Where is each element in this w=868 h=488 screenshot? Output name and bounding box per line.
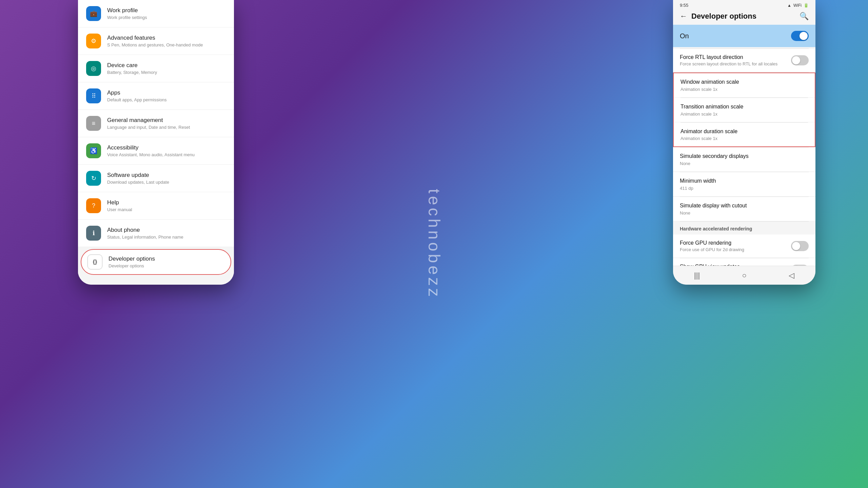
accessibility-icon: ♿: [86, 143, 101, 158]
help-subtitle: User manual: [107, 207, 226, 213]
work-profile-title: Work profile: [107, 7, 226, 14]
developer-options-title: Developer options: [108, 255, 224, 263]
sidebar-item-general-management[interactable]: ≡ General management Language and input,…: [78, 110, 234, 137]
general-management-title: General management: [107, 117, 226, 124]
hardware-section-header: Hardware accelerated rendering: [673, 222, 815, 235]
force-rtl-toggle[interactable]: [791, 55, 809, 65]
right-panel: 9:55 ▲ WiFi 🔋 ← Developer options 🔍 On F…: [673, 0, 815, 285]
advanced-features-title: Advanced features: [107, 34, 226, 42]
developer-options-icon: {}: [87, 255, 102, 269]
force-rtl-subtitle: Force screen layout direction to RTL for…: [680, 61, 777, 66]
apps-subtitle: Default apps, App permissions: [107, 97, 226, 103]
force-gpu-title: Force GPU rendering: [680, 240, 744, 246]
minimum-width-item[interactable]: Minimum width 411 dp: [673, 172, 815, 197]
sidebar-item-device-care[interactable]: ◎ Device care Battery, Storage, Memory: [78, 55, 234, 82]
back-nav-button[interactable]: ◁: [782, 268, 801, 283]
simulate-cutout-title: Simulate display with cutout: [680, 202, 809, 209]
about-phone-title: About phone: [107, 226, 226, 234]
sidebar-item-accessibility[interactable]: ♿ Accessibility Voice Assistant, Mono au…: [78, 137, 234, 165]
simulate-cutout-item[interactable]: Simulate display with cutout None: [673, 197, 815, 221]
sidebar-item-help[interactable]: ? Help User manual: [78, 192, 234, 220]
window-animation-title: Window animation scale: [680, 79, 808, 86]
apps-title: Apps: [107, 89, 226, 97]
home-button[interactable]: ○: [735, 268, 753, 283]
simulate-secondary-subtitle: None: [680, 161, 809, 166]
device-care-title: Device care: [107, 62, 226, 69]
simulate-cutout-subtitle: None: [680, 210, 809, 216]
window-animation-item[interactable]: Window animation scale Animation scale 1…: [674, 73, 815, 98]
sidebar-item-advanced-features[interactable]: ⚙ Advanced features S Pen, Motions and g…: [78, 27, 234, 55]
left-panel: 💼 Work profile Work profile settings ⚙ A…: [78, 0, 234, 285]
force-rtl-item[interactable]: Force RTL layout direction Force screen …: [673, 49, 815, 72]
animator-duration-item[interactable]: Animator duration scale Animation scale …: [674, 123, 815, 147]
recents-button[interactable]: |||: [687, 268, 707, 283]
simulate-secondary-title: Simulate secondary displays: [680, 153, 809, 160]
animator-duration-title: Animator duration scale: [680, 128, 808, 135]
watermark: technobezz: [425, 189, 443, 299]
status-bar: 9:55 ▲ WiFi 🔋: [673, 0, 815, 9]
advanced-features-icon: ⚙: [86, 34, 101, 48]
help-title: Help: [107, 199, 226, 206]
force-gpu-item[interactable]: Force GPU rendering Force use of GPU for…: [673, 235, 815, 258]
sidebar-item-software-update[interactable]: ↻ Software update Download updates, Last…: [78, 165, 234, 192]
battery-icon: 🔋: [804, 3, 809, 8]
apps-icon: ⠿: [86, 88, 101, 103]
work-profile-icon: 💼: [86, 6, 101, 21]
force-gpu-subtitle: Force use of GPU for 2d drawing: [680, 247, 744, 252]
window-animation-subtitle: Animation scale 1x: [680, 87, 808, 92]
search-button[interactable]: 🔍: [800, 12, 809, 21]
on-toggle-banner: On: [673, 25, 815, 47]
advanced-features-subtitle: S Pen, Motions and gestures, One-handed …: [107, 42, 226, 48]
sidebar-item-about-phone[interactable]: ℹ About phone Status, Legal information,…: [78, 220, 234, 247]
developer-options-subtitle: Developer options: [108, 263, 224, 269]
sidebar-item-apps[interactable]: ⠿ Apps Default apps, App permissions: [78, 82, 234, 110]
sidebar-item-work-profile[interactable]: 💼 Work profile Work profile settings: [78, 0, 234, 27]
back-button[interactable]: ←: [680, 12, 687, 21]
minimum-width-subtitle: 411 dp: [680, 186, 809, 191]
transition-animation-title: Transition animation scale: [680, 103, 808, 110]
simulate-secondary-displays-item[interactable]: Simulate secondary displays None: [673, 147, 815, 172]
on-label: On: [680, 32, 689, 40]
transition-animation-item[interactable]: Transition animation scale Animation sca…: [674, 98, 815, 122]
help-icon: ?: [86, 198, 101, 213]
about-phone-icon: ℹ: [86, 226, 101, 241]
software-update-icon: ↻: [86, 171, 101, 186]
wifi-icon: WiFi: [793, 3, 802, 8]
general-management-icon: ≡: [86, 116, 101, 131]
settings-list: 💼 Work profile Work profile settings ⚙ A…: [78, 0, 234, 285]
developer-options-content: On Force RTL layout direction Force scre…: [673, 25, 815, 269]
work-profile-subtitle: Work profile settings: [107, 15, 226, 21]
accessibility-title: Accessibility: [107, 144, 226, 151]
app-bar: ← Developer options 🔍: [673, 9, 815, 25]
sidebar-item-developer-options[interactable]: {} Developer options Developer options: [81, 249, 231, 275]
animator-duration-subtitle: Animation scale 1x: [680, 136, 808, 141]
software-update-subtitle: Download updates, Last update: [107, 180, 226, 185]
force-rtl-title: Force RTL layout direction: [680, 54, 777, 60]
device-care-subtitle: Battery, Storage, Memory: [107, 70, 226, 76]
status-icons: ▲ WiFi 🔋: [787, 3, 809, 8]
bottom-nav: ||| ○ ◁: [673, 266, 815, 285]
transition-animation-subtitle: Animation scale 1x: [680, 111, 808, 117]
device-care-icon: ◎: [86, 61, 101, 76]
developer-toggle[interactable]: [791, 31, 809, 41]
about-phone-subtitle: Status, Legal information, Phone name: [107, 235, 226, 240]
time-display: 9:55: [680, 3, 688, 8]
accessibility-subtitle: Voice Assistant, Mono audio, Assistant m…: [107, 152, 226, 158]
minimum-width-title: Minimum width: [680, 178, 809, 185]
animation-scale-group: Window animation scale Animation scale 1…: [673, 73, 815, 147]
page-title: Developer options: [691, 12, 800, 21]
general-management-subtitle: Language and input, Date and time, Reset: [107, 125, 226, 130]
force-gpu-toggle[interactable]: [791, 241, 809, 251]
hardware-header-text: Hardware accelerated rendering: [680, 226, 752, 231]
signal-icon: ▲: [787, 3, 791, 8]
software-update-title: Software update: [107, 171, 226, 179]
